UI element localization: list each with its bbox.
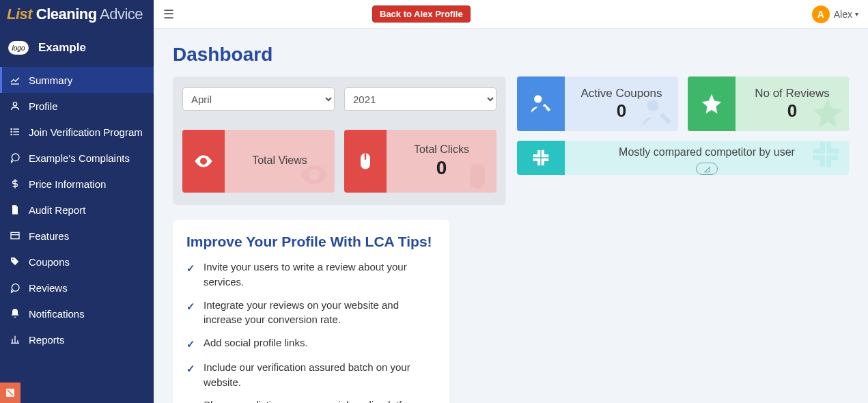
sidebar-item-summary[interactable]: Summary (0, 67, 154, 93)
tip-text: Include our verification assured batch o… (204, 360, 436, 390)
user-icon (8, 100, 22, 111)
tip-item: ✓Share your listing on your social media… (186, 398, 436, 403)
user-tag-icon (517, 77, 565, 131)
tip-text: Share your listing on your social media … (204, 398, 424, 403)
dollar-icon (8, 178, 22, 189)
tip-item: ✓Integrate your reviews on your website … (186, 298, 436, 328)
svg-point-22 (647, 100, 658, 111)
tips-list: ✓Invite your users to write a review abo… (186, 260, 436, 403)
sidebar-item-price[interactable]: Price Information (0, 171, 154, 197)
list-icon (8, 126, 22, 137)
org-name: Example (38, 41, 86, 55)
mouse-ghost-icon (462, 161, 492, 191)
eye-ghost-icon (298, 158, 331, 191)
menu-toggle-icon[interactable]: ☰ (163, 7, 174, 22)
card-value: 0 (787, 100, 797, 122)
sidebar: List Cleaning Advice logo Example Summar… (0, 0, 154, 403)
sidebar-item-complaints[interactable]: Example's Complaints (0, 145, 154, 171)
chart-line-icon (8, 74, 22, 85)
year-select[interactable]: 2021 (344, 87, 496, 111)
sidebar-item-notifications[interactable]: Notifications (0, 301, 154, 326)
card-no-of-reviews: No of Reviews 0 (688, 77, 849, 131)
sidebar-item-profile[interactable]: Profile (0, 93, 154, 119)
mouse-icon (344, 130, 387, 193)
org-badge-icon: logo (8, 41, 29, 55)
sidebar-item-label: Audit Report (29, 204, 85, 216)
page-title: Dashboard (173, 44, 849, 66)
svg-point-5 (11, 131, 12, 132)
svg-rect-19 (470, 164, 485, 189)
sidebar-item-label: Notifications (29, 308, 85, 320)
brand-logo: List Cleaning Advice (0, 0, 154, 29)
compress-ghost-icon (807, 141, 845, 173)
sidebar-item-label: Coupons (29, 256, 70, 268)
card-label: Mostly compared competitor by user (619, 146, 795, 158)
sidebar-item-label: Price Information (29, 178, 106, 190)
header: ☰ Back to Alex Profile A Alex ▾ (154, 0, 868, 29)
grid-icon (8, 230, 22, 241)
star-ghost-icon (811, 96, 845, 130)
check-icon: ✓ (186, 399, 195, 403)
corner-icon (5, 387, 16, 398)
month-select[interactable]: April (182, 87, 335, 111)
stats-filter-card: April 2021 Total Views (173, 77, 506, 205)
check-icon: ✓ (186, 261, 195, 276)
tips-card: Improve Your Profile With LCA Tips! ✓Inv… (173, 220, 449, 403)
svg-point-20 (534, 95, 542, 102)
eye-icon (182, 130, 225, 193)
bell-icon (8, 308, 22, 319)
user-name: Alex (834, 9, 852, 20)
check-icon: ✓ (186, 299, 195, 314)
card-compared-competitor: Mostly compared competitor by user ◿ (517, 141, 849, 175)
metric-total-clicks: Total Clicks 0 (344, 130, 496, 193)
tip-text: Invite your users to write a review abou… (204, 260, 436, 290)
tips-title: Improve Your Profile With LCA Tips! (186, 234, 436, 250)
tip-item: ✓Invite your users to write a review abo… (186, 260, 436, 290)
sidebar-item-label: Features (29, 230, 69, 242)
card-active-coupons: Active Coupons 0 (517, 77, 678, 131)
sidebar-item-label: Profile (29, 100, 58, 112)
comment-icon (8, 282, 22, 293)
tag-icon (8, 256, 22, 267)
sidebar-item-coupons[interactable]: Coupons (0, 249, 154, 275)
bar-chart-icon (8, 334, 22, 345)
svg-rect-8 (11, 232, 19, 238)
sidebar-item-label: Reports (29, 334, 65, 346)
metric-value: 0 (436, 157, 447, 179)
svg-point-0 (13, 102, 16, 106)
main-content: Dashboard April 2021 Total Views (154, 29, 868, 403)
brand-part2: Cleaning (32, 5, 97, 23)
back-to-profile-button[interactable]: Back to Alex Profile (372, 5, 471, 23)
svg-point-16 (202, 160, 206, 163)
user-menu[interactable]: A Alex ▾ (812, 5, 858, 23)
metric-label: Total Clicks (414, 143, 469, 156)
org-row[interactable]: logo Example (0, 29, 154, 67)
svg-point-4 (11, 128, 12, 129)
svg-point-6 (11, 134, 12, 135)
sidebar-item-label: Reviews (29, 282, 68, 294)
metric-total-views: Total Views (182, 130, 335, 193)
check-icon: ✓ (186, 337, 195, 352)
tip-item: ✓Add social profile links. (186, 335, 436, 352)
tip-text: Integrate your reviews on your website a… (204, 298, 436, 328)
sidebar-item-verification[interactable]: Join Verification Program (0, 119, 154, 145)
brand-part1: List (7, 5, 32, 23)
svg-point-21 (544, 107, 546, 109)
tip-text: Add social profile links. (204, 335, 308, 350)
comments-icon (8, 152, 22, 163)
sidebar-item-label: Example's Complaints (29, 152, 130, 164)
brand-part3: Advice (97, 5, 143, 23)
user-tag-ghost-icon (640, 96, 674, 130)
card-value: 0 (617, 100, 626, 122)
sidebar-item-audit[interactable]: Audit Report (0, 197, 154, 223)
caret-down-icon: ▾ (855, 10, 858, 18)
bottom-corner-badge[interactable] (0, 383, 20, 403)
tip-item: ✓Include our verification assured batch … (186, 360, 436, 390)
compress-icon (517, 141, 565, 175)
sidebar-item-reviews[interactable]: Reviews (0, 275, 154, 301)
sidebar-item-reports[interactable]: Reports (0, 326, 154, 352)
check-icon: ✓ (186, 361, 195, 376)
star-icon (688, 77, 736, 131)
sidebar-item-features[interactable]: Features (0, 223, 154, 249)
svg-point-10 (12, 259, 14, 260)
